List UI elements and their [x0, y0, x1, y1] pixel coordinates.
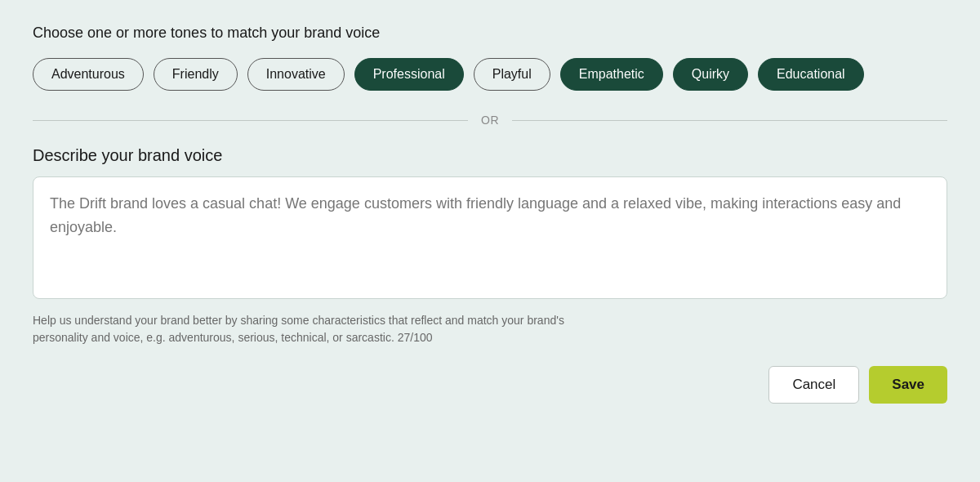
brand-voice-textarea[interactable]: [33, 176, 947, 299]
save-button[interactable]: Save: [869, 366, 947, 404]
divider-row: OR: [33, 114, 947, 127]
describe-title: Describe your brand voice: [33, 146, 947, 165]
tone-chip-educational[interactable]: Educational: [758, 58, 864, 91]
page-title: Choose one or more tones to match your b…: [33, 25, 947, 42]
tone-chip-playful[interactable]: Playful: [474, 58, 550, 91]
tone-chip-professional[interactable]: Professional: [354, 58, 464, 91]
divider-line-right: [512, 120, 947, 121]
tone-chip-friendly[interactable]: Friendly: [154, 58, 238, 91]
divider-text: OR: [468, 114, 512, 127]
tone-chip-innovative[interactable]: Innovative: [247, 58, 345, 91]
cancel-button[interactable]: Cancel: [768, 366, 859, 404]
actions-row: Cancel Save: [33, 366, 947, 404]
divider-line-left: [33, 120, 468, 121]
helper-text: Help us understand your brand better by …: [33, 312, 604, 346]
tones-row: AdventurousFriendlyInnovativeProfessiona…: [33, 58, 947, 91]
main-container: Choose one or more tones to match your b…: [33, 25, 947, 404]
tone-chip-adventurous[interactable]: Adventurous: [33, 58, 144, 91]
tone-chip-quirky[interactable]: Quirky: [673, 58, 748, 91]
tone-chip-empathetic[interactable]: Empathetic: [560, 58, 663, 91]
